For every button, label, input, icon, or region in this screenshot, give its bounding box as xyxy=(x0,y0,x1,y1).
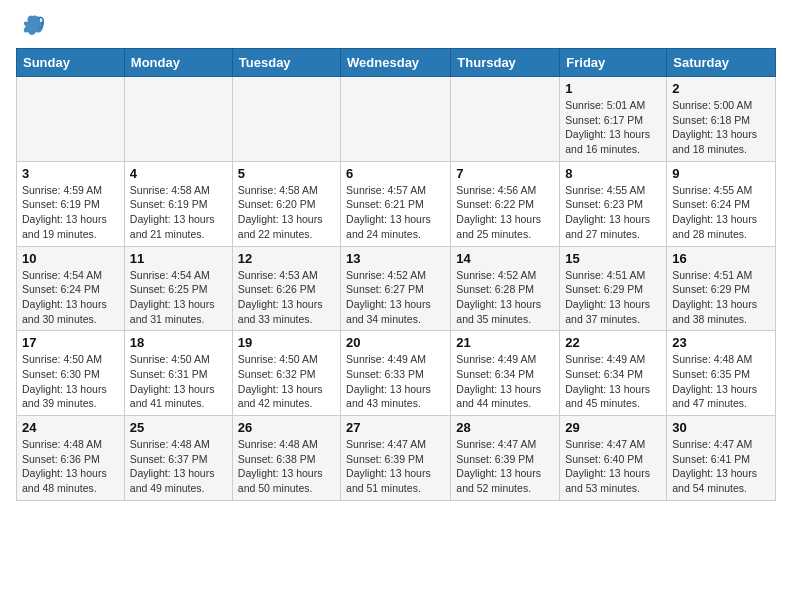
calendar-cell: 19Sunrise: 4:50 AM Sunset: 6:32 PM Dayli… xyxy=(232,331,340,416)
day-of-week-header: Friday xyxy=(560,49,667,77)
calendar-cell: 16Sunrise: 4:51 AM Sunset: 6:29 PM Dayli… xyxy=(667,246,776,331)
calendar-cell: 20Sunrise: 4:49 AM Sunset: 6:33 PM Dayli… xyxy=(341,331,451,416)
day-info: Sunrise: 4:55 AM Sunset: 6:23 PM Dayligh… xyxy=(565,183,661,242)
calendar-cell xyxy=(232,77,340,162)
calendar-cell: 21Sunrise: 4:49 AM Sunset: 6:34 PM Dayli… xyxy=(451,331,560,416)
calendar-cell: 28Sunrise: 4:47 AM Sunset: 6:39 PM Dayli… xyxy=(451,416,560,501)
day-info: Sunrise: 5:00 AM Sunset: 6:18 PM Dayligh… xyxy=(672,98,770,157)
day-number: 30 xyxy=(672,420,770,435)
calendar-table: SundayMondayTuesdayWednesdayThursdayFrid… xyxy=(16,48,776,501)
calendar-week-row: 3Sunrise: 4:59 AM Sunset: 6:19 PM Daylig… xyxy=(17,161,776,246)
day-number: 2 xyxy=(672,81,770,96)
day-info: Sunrise: 4:48 AM Sunset: 6:35 PM Dayligh… xyxy=(672,352,770,411)
calendar-cell: 12Sunrise: 4:53 AM Sunset: 6:26 PM Dayli… xyxy=(232,246,340,331)
day-info: Sunrise: 4:55 AM Sunset: 6:24 PM Dayligh… xyxy=(672,183,770,242)
day-info: Sunrise: 4:49 AM Sunset: 6:33 PM Dayligh… xyxy=(346,352,445,411)
day-info: Sunrise: 4:47 AM Sunset: 6:40 PM Dayligh… xyxy=(565,437,661,496)
calendar-cell: 11Sunrise: 4:54 AM Sunset: 6:25 PM Dayli… xyxy=(124,246,232,331)
day-number: 9 xyxy=(672,166,770,181)
calendar-cell: 23Sunrise: 4:48 AM Sunset: 6:35 PM Dayli… xyxy=(667,331,776,416)
calendar-cell: 1Sunrise: 5:01 AM Sunset: 6:17 PM Daylig… xyxy=(560,77,667,162)
day-number: 12 xyxy=(238,251,335,266)
calendar-cell xyxy=(341,77,451,162)
day-info: Sunrise: 4:53 AM Sunset: 6:26 PM Dayligh… xyxy=(238,268,335,327)
day-number: 5 xyxy=(238,166,335,181)
day-info: Sunrise: 5:01 AM Sunset: 6:17 PM Dayligh… xyxy=(565,98,661,157)
logo xyxy=(16,16,46,40)
day-number: 14 xyxy=(456,251,554,266)
calendar-cell: 30Sunrise: 4:47 AM Sunset: 6:41 PM Dayli… xyxy=(667,416,776,501)
day-number: 8 xyxy=(565,166,661,181)
calendar-cell: 10Sunrise: 4:54 AM Sunset: 6:24 PM Dayli… xyxy=(17,246,125,331)
day-info: Sunrise: 4:50 AM Sunset: 6:30 PM Dayligh… xyxy=(22,352,119,411)
day-info: Sunrise: 4:48 AM Sunset: 6:38 PM Dayligh… xyxy=(238,437,335,496)
day-number: 11 xyxy=(130,251,227,266)
day-number: 25 xyxy=(130,420,227,435)
calendar-cell: 25Sunrise: 4:48 AM Sunset: 6:37 PM Dayli… xyxy=(124,416,232,501)
page-header xyxy=(16,16,776,40)
calendar-cell: 9Sunrise: 4:55 AM Sunset: 6:24 PM Daylig… xyxy=(667,161,776,246)
day-info: Sunrise: 4:48 AM Sunset: 6:36 PM Dayligh… xyxy=(22,437,119,496)
day-number: 1 xyxy=(565,81,661,96)
day-info: Sunrise: 4:52 AM Sunset: 6:28 PM Dayligh… xyxy=(456,268,554,327)
day-info: Sunrise: 4:54 AM Sunset: 6:25 PM Dayligh… xyxy=(130,268,227,327)
day-number: 13 xyxy=(346,251,445,266)
day-number: 23 xyxy=(672,335,770,350)
calendar-week-row: 1Sunrise: 5:01 AM Sunset: 6:17 PM Daylig… xyxy=(17,77,776,162)
day-info: Sunrise: 4:47 AM Sunset: 6:41 PM Dayligh… xyxy=(672,437,770,496)
day-info: Sunrise: 4:59 AM Sunset: 6:19 PM Dayligh… xyxy=(22,183,119,242)
day-info: Sunrise: 4:58 AM Sunset: 6:20 PM Dayligh… xyxy=(238,183,335,242)
calendar-cell xyxy=(124,77,232,162)
day-number: 15 xyxy=(565,251,661,266)
calendar-cell: 29Sunrise: 4:47 AM Sunset: 6:40 PM Dayli… xyxy=(560,416,667,501)
calendar-cell: 5Sunrise: 4:58 AM Sunset: 6:20 PM Daylig… xyxy=(232,161,340,246)
calendar-cell: 14Sunrise: 4:52 AM Sunset: 6:28 PM Dayli… xyxy=(451,246,560,331)
day-info: Sunrise: 4:51 AM Sunset: 6:29 PM Dayligh… xyxy=(672,268,770,327)
day-number: 7 xyxy=(456,166,554,181)
calendar-cell: 4Sunrise: 4:58 AM Sunset: 6:19 PM Daylig… xyxy=(124,161,232,246)
day-of-week-header: Saturday xyxy=(667,49,776,77)
calendar-cell: 18Sunrise: 4:50 AM Sunset: 6:31 PM Dayli… xyxy=(124,331,232,416)
day-info: Sunrise: 4:49 AM Sunset: 6:34 PM Dayligh… xyxy=(565,352,661,411)
calendar-cell: 22Sunrise: 4:49 AM Sunset: 6:34 PM Dayli… xyxy=(560,331,667,416)
day-info: Sunrise: 4:47 AM Sunset: 6:39 PM Dayligh… xyxy=(456,437,554,496)
day-info: Sunrise: 4:47 AM Sunset: 6:39 PM Dayligh… xyxy=(346,437,445,496)
day-number: 6 xyxy=(346,166,445,181)
calendar-cell: 27Sunrise: 4:47 AM Sunset: 6:39 PM Dayli… xyxy=(341,416,451,501)
day-number: 10 xyxy=(22,251,119,266)
calendar-week-row: 17Sunrise: 4:50 AM Sunset: 6:30 PM Dayli… xyxy=(17,331,776,416)
day-number: 18 xyxy=(130,335,227,350)
day-info: Sunrise: 4:57 AM Sunset: 6:21 PM Dayligh… xyxy=(346,183,445,242)
day-number: 28 xyxy=(456,420,554,435)
day-number: 24 xyxy=(22,420,119,435)
day-number: 20 xyxy=(346,335,445,350)
day-info: Sunrise: 4:50 AM Sunset: 6:32 PM Dayligh… xyxy=(238,352,335,411)
calendar-cell: 15Sunrise: 4:51 AM Sunset: 6:29 PM Dayli… xyxy=(560,246,667,331)
day-of-week-header: Wednesday xyxy=(341,49,451,77)
day-number: 17 xyxy=(22,335,119,350)
day-of-week-header: Sunday xyxy=(17,49,125,77)
logo-bird-icon xyxy=(18,12,46,40)
day-of-week-header: Monday xyxy=(124,49,232,77)
day-info: Sunrise: 4:54 AM Sunset: 6:24 PM Dayligh… xyxy=(22,268,119,327)
day-info: Sunrise: 4:51 AM Sunset: 6:29 PM Dayligh… xyxy=(565,268,661,327)
calendar-cell: 6Sunrise: 4:57 AM Sunset: 6:21 PM Daylig… xyxy=(341,161,451,246)
calendar-cell: 7Sunrise: 4:56 AM Sunset: 6:22 PM Daylig… xyxy=(451,161,560,246)
calendar-cell: 2Sunrise: 5:00 AM Sunset: 6:18 PM Daylig… xyxy=(667,77,776,162)
day-info: Sunrise: 4:56 AM Sunset: 6:22 PM Dayligh… xyxy=(456,183,554,242)
day-number: 16 xyxy=(672,251,770,266)
day-info: Sunrise: 4:49 AM Sunset: 6:34 PM Dayligh… xyxy=(456,352,554,411)
day-number: 26 xyxy=(238,420,335,435)
calendar-cell: 8Sunrise: 4:55 AM Sunset: 6:23 PM Daylig… xyxy=(560,161,667,246)
calendar-cell: 17Sunrise: 4:50 AM Sunset: 6:30 PM Dayli… xyxy=(17,331,125,416)
day-number: 27 xyxy=(346,420,445,435)
calendar-week-row: 24Sunrise: 4:48 AM Sunset: 6:36 PM Dayli… xyxy=(17,416,776,501)
day-info: Sunrise: 4:50 AM Sunset: 6:31 PM Dayligh… xyxy=(130,352,227,411)
calendar-cell: 13Sunrise: 4:52 AM Sunset: 6:27 PM Dayli… xyxy=(341,246,451,331)
calendar-cell: 24Sunrise: 4:48 AM Sunset: 6:36 PM Dayli… xyxy=(17,416,125,501)
calendar-cell: 26Sunrise: 4:48 AM Sunset: 6:38 PM Dayli… xyxy=(232,416,340,501)
day-number: 21 xyxy=(456,335,554,350)
day-number: 22 xyxy=(565,335,661,350)
calendar-cell xyxy=(451,77,560,162)
calendar-cell xyxy=(17,77,125,162)
